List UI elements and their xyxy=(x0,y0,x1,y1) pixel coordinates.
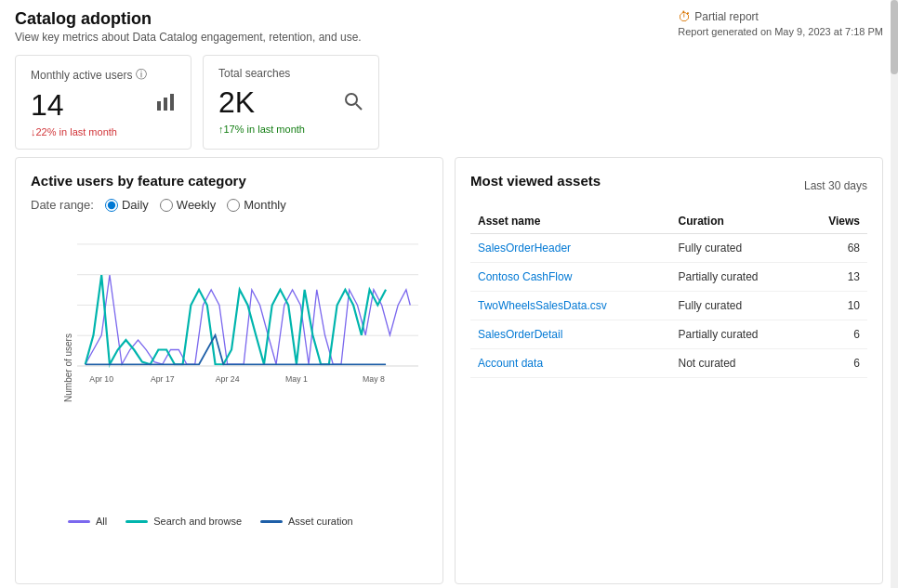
legend-search-browse-line xyxy=(125,520,148,523)
chart-svg: 8 6 4 2 0 Apr xyxy=(77,227,418,505)
table-row: Contoso CashFlow Partially curated 13 xyxy=(470,263,867,292)
y-axis-label: Number of users xyxy=(63,333,73,402)
metrics-row: Monthly active users ⓘ 14 ↓22% in last m… xyxy=(0,47,898,157)
most-viewed-title: Most viewed assets xyxy=(470,173,601,189)
active-users-panel: Active users by feature category Date ra… xyxy=(15,157,443,584)
table-row: TwoWheelsSalesData.csv Fully curated 10 xyxy=(470,292,867,320)
active-users-title: Active users by feature category xyxy=(31,173,428,189)
daily-option[interactable]: Daily xyxy=(105,198,149,212)
monthly-active-users-card: Monthly active users ⓘ 14 ↓22% in last m… xyxy=(15,55,191,150)
metric-value-users: 14 xyxy=(31,88,64,123)
partial-report-badge: ⏱ Partial report xyxy=(678,9,883,24)
views-cell: 6 xyxy=(803,349,867,378)
views-cell: 13 xyxy=(803,263,867,292)
most-viewed-panel: Most viewed assets Last 30 days Asset na… xyxy=(455,157,883,584)
svg-text:May 8: May 8 xyxy=(363,374,385,384)
assets-table: Asset name Curation Views SalesOrderHead… xyxy=(470,209,867,378)
warning-icon: ⏱ xyxy=(678,9,691,24)
metric-label-searches: Total searches xyxy=(218,67,363,80)
asset-name-cell: Account data xyxy=(470,349,671,378)
metric-change-searches: ↑17% in last month xyxy=(218,124,363,135)
table-row: SalesOrderHeader Fully curated 68 xyxy=(470,234,867,263)
legend-all-line xyxy=(68,520,90,523)
weekly-radio[interactable] xyxy=(160,199,173,212)
col-asset-name: Asset name xyxy=(470,209,671,234)
monthly-option[interactable]: Monthly xyxy=(227,198,286,212)
asset-name-cell: SalesOrderDetail xyxy=(470,320,671,349)
search-icon xyxy=(343,91,363,116)
svg-point-3 xyxy=(346,94,357,105)
table-row: SalesOrderDetail Partially curated 6 xyxy=(470,320,867,349)
total-searches-card: Total searches 2K ↑17% in last month xyxy=(203,55,379,150)
views-cell: 68 xyxy=(803,234,867,263)
metric-label-users: Monthly active users ⓘ xyxy=(31,67,176,83)
date-range-label: Date range: xyxy=(31,198,94,212)
views-cell: 6 xyxy=(803,320,867,349)
svg-text:Apr 10: Apr 10 xyxy=(89,374,113,384)
daily-radio[interactable] xyxy=(105,199,118,212)
legend-asset-curation-line xyxy=(260,520,283,523)
page-title: Catalog adoption xyxy=(15,9,362,29)
col-curation: Curation xyxy=(671,209,803,234)
bar-chart-icon xyxy=(155,92,176,117)
page-header: Catalog adoption View key metrics about … xyxy=(0,0,898,47)
asset-link-2[interactable]: TwoWheelsSalesData.csv xyxy=(478,299,607,312)
curation-cell: Fully curated xyxy=(671,292,803,320)
svg-text:Apr 17: Apr 17 xyxy=(151,374,175,384)
svg-rect-2 xyxy=(170,94,174,111)
curation-cell: Partially curated xyxy=(671,263,803,292)
monthly-radio[interactable] xyxy=(227,199,240,212)
page-subtitle: View key metrics about Data Catalog enga… xyxy=(15,31,362,44)
curation-cell: Partially curated xyxy=(671,320,803,349)
asset-link-1[interactable]: Contoso CashFlow xyxy=(478,270,572,283)
asset-link-4[interactable]: Account data xyxy=(478,357,543,370)
metric-value-searches: 2K xyxy=(218,85,255,120)
svg-rect-1 xyxy=(164,98,167,111)
legend-search-browse: Search and browse xyxy=(125,516,242,527)
svg-line-4 xyxy=(356,104,362,110)
date-range-row: Date range: Daily Weekly Monthly xyxy=(31,198,428,212)
asset-link-3[interactable]: SalesOrderDetail xyxy=(478,328,562,341)
asset-name-cell: SalesOrderHeader xyxy=(470,234,671,263)
svg-text:May 1: May 1 xyxy=(285,374,308,384)
svg-text:Apr 24: Apr 24 xyxy=(216,374,240,384)
legend-asset-curation: Asset curation xyxy=(260,516,353,527)
last-days-label: Last 30 days xyxy=(804,179,867,192)
table-row: Account data Not curated 6 xyxy=(470,349,867,378)
legend-all: All xyxy=(68,516,107,527)
col-views: Views xyxy=(803,209,867,234)
curation-cell: Not curated xyxy=(671,349,803,378)
asset-name-cell: Contoso CashFlow xyxy=(470,263,671,292)
asset-link-0[interactable]: SalesOrderHeader xyxy=(478,242,571,255)
weekly-option[interactable]: Weekly xyxy=(160,198,216,212)
info-icon-users[interactable]: ⓘ xyxy=(136,67,147,83)
svg-rect-0 xyxy=(157,101,161,111)
asset-name-cell: TwoWheelsSalesData.csv xyxy=(470,292,671,320)
most-viewed-header: Most viewed assets Last 30 days xyxy=(470,173,867,198)
main-content: Active users by feature category Date ra… xyxy=(0,157,898,588)
metric-change-users: ↓22% in last month xyxy=(31,126,176,137)
report-time: Report generated on May 9, 2023 at 7:18 … xyxy=(678,26,883,37)
views-cell: 10 xyxy=(803,292,867,320)
search-browse-line xyxy=(86,275,386,364)
curation-cell: Fully curated xyxy=(671,234,803,263)
chart-legend: All Search and browse Asset curation xyxy=(31,516,428,527)
